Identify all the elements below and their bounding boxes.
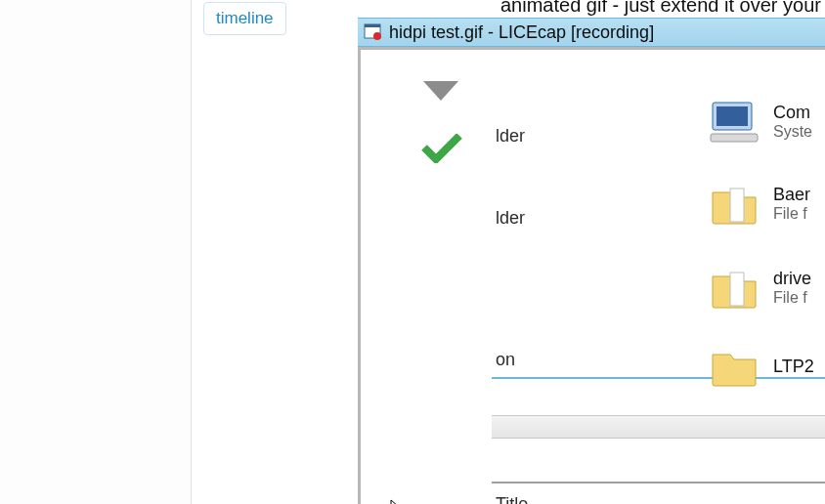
svg-rect-6: [711, 134, 758, 142]
folder-item[interactable]: LTP2: [709, 341, 825, 392]
mouse-cursor-icon: [390, 499, 408, 504]
window-titlebar[interactable]: hidpi test.gif - LICEcap [recording]: [358, 18, 825, 47]
item-name: LTP2: [773, 357, 814, 376]
folder-item[interactable]: drive File f: [709, 263, 825, 314]
item-name: Com: [773, 103, 812, 122]
drive-item[interactable]: Com Syste: [709, 97, 825, 147]
check-icon: [421, 134, 462, 163]
divider: [492, 482, 825, 483]
title-label: Title: [496, 494, 528, 504]
svg-marker-3: [423, 81, 458, 101]
folder-item[interactable]: Baer File f: [709, 179, 825, 230]
timeline-button[interactable]: timeline: [203, 2, 286, 35]
item-name: drive: [773, 269, 811, 288]
licecap-app-icon: [364, 23, 381, 41]
folder-icon: [709, 341, 760, 392]
item-name: Baer: [773, 185, 810, 204]
row-text: lder: [496, 208, 525, 229]
svg-rect-7: [730, 189, 744, 222]
svg-rect-5: [716, 106, 748, 126]
licecap-window: hidpi test.gif - LICEcap [recording] lde…: [358, 18, 825, 504]
capture-frame: lder lder on Title Com Syste: [358, 47, 825, 504]
item-sub: Syste: [773, 122, 812, 142]
svg-rect-8: [730, 273, 744, 306]
input-bar[interactable]: [492, 415, 825, 439]
row-text: on: [496, 350, 515, 370]
svg-rect-1: [365, 24, 380, 27]
caption-text-upper: animated gif - just extend it over your: [500, 0, 821, 17]
item-sub: File f: [773, 288, 811, 308]
folder-icon: [709, 179, 760, 230]
computer-icon: [709, 97, 760, 147]
item-sub: File f: [773, 204, 810, 224]
chevron-down-icon: [421, 79, 460, 103]
svg-point-2: [373, 32, 381, 40]
window-title: hidpi test.gif - LICEcap [recording]: [389, 22, 654, 43]
folder-icon: [709, 263, 760, 314]
row-text: lder: [496, 126, 525, 147]
